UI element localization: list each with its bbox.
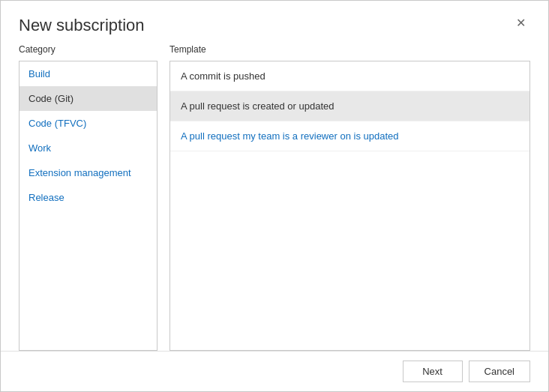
template-column: Template A commit is pushedA pull reques… <box>170 44 530 351</box>
category-item-work[interactable]: Work <box>20 136 157 160</box>
template-header: Template <box>170 44 530 55</box>
category-item-extension-management[interactable]: Extension management <box>20 160 157 185</box>
category-item-code-tfvc[interactable]: Code (TFVC) <box>20 111 157 136</box>
dialog-title: New subscription <box>19 16 145 35</box>
category-item-release[interactable]: Release <box>20 185 157 210</box>
category-list: BuildCode (Git)Code (TFVC)WorkExtension … <box>19 61 158 351</box>
cancel-button[interactable]: Cancel <box>469 361 530 382</box>
category-item-build[interactable]: Build <box>20 61 157 86</box>
template-item-commit-pushed[interactable]: A commit is pushed <box>170 61 530 91</box>
template-item-pull-request-created[interactable]: A pull request is created or updated <box>170 91 530 121</box>
dialog-header: New subscription ✕ <box>1 1 548 44</box>
category-header: Category <box>19 44 158 55</box>
category-column: Category BuildCode (Git)Code (TFVC)WorkE… <box>19 44 158 351</box>
dialog-body: Category BuildCode (Git)Code (TFVC)WorkE… <box>1 44 548 351</box>
new-subscription-dialog: New subscription ✕ Category BuildCode (G… <box>0 0 549 392</box>
template-list: A commit is pushedA pull request is crea… <box>170 61 530 351</box>
dialog-footer: Next Cancel <box>1 351 548 391</box>
template-item-pull-request-reviewer[interactable]: A pull request my team is a reviewer on … <box>170 121 530 151</box>
close-button[interactable]: ✕ <box>512 16 530 31</box>
next-button[interactable]: Next <box>403 361 463 382</box>
category-item-code-git[interactable]: Code (Git) <box>20 86 157 111</box>
